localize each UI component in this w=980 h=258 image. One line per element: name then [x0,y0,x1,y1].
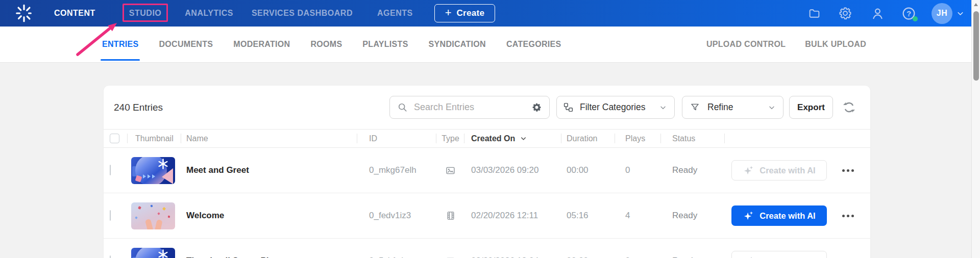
column-header-duration: Duration [561,130,615,147]
search-box [389,96,550,119]
asterisk-art-icon [158,159,168,172]
create-with-ai-button[interactable]: Create with AI [731,251,827,258]
entry-thumbnail[interactable] [131,157,175,184]
scrollbar-thumb[interactable] [973,11,979,81]
entry-thumbnail[interactable] [131,202,175,229]
vertical-scrollbar [971,0,980,258]
entry-duration: 00:00 [561,165,615,175]
entries-count: 240 Entries [114,96,163,119]
sort-desc-icon [520,135,527,142]
entry-thumbnail[interactable] [131,248,175,258]
entry-id: 0_5xhfwj [357,256,436,258]
nav-item-content[interactable]: CONTENT [54,9,95,18]
column-header-name: Name [181,130,357,147]
avatar[interactable]: JH [932,3,952,24]
row-checkbox[interactable] [110,210,111,221]
entries-card: 240 Entries [104,86,870,258]
image-type-icon [436,256,464,258]
folder-icon[interactable] [808,7,821,20]
plus-icon: + [445,7,452,18]
table-row: Meet and Greet 0_mkg67elh 03/03/2026 09:… [104,148,870,193]
entry-duration: 05:16 [561,211,615,221]
search-input[interactable] [414,102,525,113]
column-header-created-on[interactable]: Created On [464,130,561,147]
image-type-icon [436,165,464,176]
entry-name[interactable]: Thumbnail Scene Pl [181,256,357,258]
video-type-icon [436,211,464,221]
export-button[interactable]: Export [789,96,833,119]
chevron-down-icon [659,104,667,112]
column-header-status: Status [661,130,725,147]
tab-moderation[interactable]: MODERATION [233,27,290,62]
asterisk-art-icon [158,249,168,258]
primary-nav: CONTENT STUDIO ANALYTICS SERVICES DASHBO… [34,0,413,27]
filter-categories-dropdown[interactable]: Filter Categories [556,96,675,119]
chevron-down-icon[interactable] [956,9,965,18]
row-checkbox[interactable] [110,255,111,258]
table-row: Thumbnail Scene Pl 0_5xhfwj 02/20/2026 1… [104,239,870,258]
settings-gear-icon[interactable] [838,6,852,20]
column-header-thumbnail: Thumbnail [128,130,181,147]
refresh-icon[interactable] [839,96,859,119]
tab-playlists[interactable]: PLAYLISTS [362,27,408,62]
search-settings-gear-icon[interactable] [531,102,542,113]
row-checkbox[interactable] [110,165,111,175]
help-icon[interactable]: ? [901,6,916,21]
entry-created-on: 03/03/2026 09:20 [464,165,561,175]
main-content: 240 Entries [0,63,980,258]
top-bar-right: ? JH [808,0,965,27]
nav-item-studio[interactable]: STUDIO [129,9,161,18]
column-header-type: Type [436,130,464,147]
select-all-checkbox[interactable] [110,134,119,143]
table-row: Welcome 0_fedv1iz3 02/20/2026 12:11 05:1… [104,193,870,239]
tab-categories[interactable]: CATEGORIES [506,27,561,62]
user-profile-icon[interactable] [871,7,885,20]
entry-status: Ready [661,211,725,221]
column-header-plays: Plays [615,130,661,147]
tab-syndication[interactable]: SYNDICATION [429,27,486,62]
create-with-ai-button[interactable]: Create with AI [731,160,827,180]
sparkle-ai-icon [743,165,754,176]
scroll-up-arrow-icon[interactable] [972,0,980,9]
create-button[interactable]: + Create [434,4,496,22]
sparkle-ai-icon [743,255,754,258]
upload-control-link[interactable]: UPLOAD CONTROL [706,40,786,49]
top-bar: CONTENT STUDIO ANALYTICS SERVICES DASHBO… [0,0,980,27]
entry-plays: 4 [615,211,661,221]
entry-name[interactable]: Welcome [181,211,357,221]
entry-plays: 0 [615,256,661,258]
tab-documents[interactable]: DOCUMENTS [159,27,213,62]
entry-status: Ready [661,256,725,258]
nav-item-analytics[interactable]: ANALYTICS [185,9,233,18]
entry-name[interactable]: Meet and Greet [181,165,357,175]
row-actions-menu-icon[interactable] [840,213,856,219]
nav-item-services-dashboard[interactable]: SERVICES DASHBOARD [252,9,353,18]
content-sub-nav: ENTRIES DOCUMENTS MODERATION ROOMS PLAYL… [0,27,980,63]
entry-plays: 0 [615,165,661,175]
create-with-ai-button[interactable]: Create with AI [731,205,827,226]
column-header-id: ID [357,130,436,147]
starburst-logo-icon [14,4,34,23]
tab-rooms[interactable]: ROOMS [310,27,342,62]
svg-text:?: ? [906,9,911,17]
categories-icon [563,102,574,113]
funnel-icon [690,102,700,113]
search-icon [397,102,408,113]
help-status-badge [913,16,918,21]
entry-status: Ready [661,165,725,175]
bulk-upload-link[interactable]: BULK UPLOAD [805,40,866,49]
entry-id: 0_fedv1iz3 [357,211,436,221]
app-window: CONTENT STUDIO ANALYTICS SERVICES DASHBO… [0,0,980,258]
entry-id: 0_mkg67elh [357,165,436,175]
table-body: Meet and Greet 0_mkg67elh 03/03/2026 09:… [104,148,870,258]
entry-created-on: 02/20/2026 12:11 [464,211,561,221]
refine-dropdown[interactable]: Refine [682,96,783,119]
nav-item-agents[interactable]: AGENTS [377,9,413,18]
table-header: Thumbnail Name ID Type Created On Durati… [104,129,870,148]
tab-entries[interactable]: ENTRIES [102,27,138,62]
brand-logo[interactable] [14,4,34,23]
sub-nav-links: UPLOAD CONTROL BULK UPLOAD [706,27,866,62]
entry-duration: 00:00 [561,256,615,258]
sub-nav-tabs: ENTRIES DOCUMENTS MODERATION ROOMS PLAYL… [102,27,561,62]
row-actions-menu-icon[interactable] [840,167,856,174]
